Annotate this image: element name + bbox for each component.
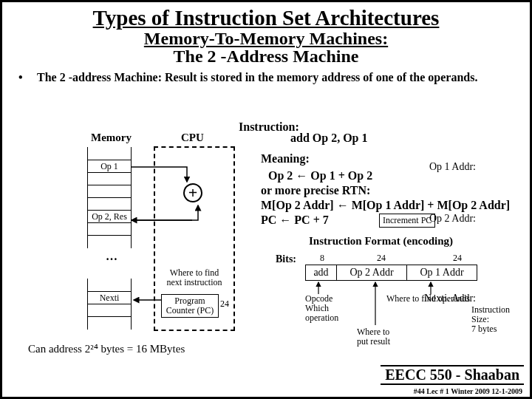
mem-cell (87, 185, 132, 198)
mem-cell-op2: Op 2, Res (87, 210, 132, 223)
pc-box: Program Counter (PC) (161, 294, 219, 318)
mem-cell (87, 279, 132, 292)
bits-label: Bits: (276, 253, 296, 265)
slide: Types of Instruction Set Architectures M… (0, 0, 532, 399)
addr-space-note: Can address 2²⁴ bytes = 16 MBytes (28, 342, 185, 355)
inst-size-note: Instruction Size: 7 bytes (471, 305, 510, 335)
memory-heading: Memory (91, 132, 132, 144)
bits-a1: 24 (377, 253, 386, 263)
format-table: add Op 2 Addr Op 1 Addr (305, 265, 477, 281)
bits-a2: 24 (453, 253, 462, 263)
bullet-row: • The 2 -address Machine: Result is stor… (2, 71, 530, 84)
mem-cell (87, 316, 132, 330)
field-opcode: add (306, 265, 337, 281)
rtn-line-2: or more precise RTN: (261, 183, 370, 198)
mem-cell-op1: Op 1 (87, 160, 132, 173)
ellipsis-icon: … (106, 250, 119, 263)
mem-cell (87, 197, 132, 211)
pc-bits: 24 (220, 299, 229, 309)
bullet-marker: • (18, 71, 37, 84)
rtn-line-1: Op 2 ← Op 1 + Op 2 (268, 168, 372, 183)
subtitle-2: The 2 -Address Machine (2, 47, 530, 66)
mem-cell (87, 235, 132, 248)
memory-column-top: Op 1 Op 2, Res (87, 148, 132, 248)
mem-cell (87, 172, 132, 185)
diagram-area: Memory Op 1 Op 2, Res Op 1 Addr: Op 2 Ad… (10, 117, 522, 389)
main-title: Types of Instruction Set Architectures (2, 6, 530, 30)
cpu-heading: CPU (181, 132, 204, 144)
op1-addr-label: Op 1 Addr: (424, 161, 476, 173)
mem-cell (87, 222, 132, 236)
rtn-line-4: PC ← PC + 7 (261, 213, 329, 228)
result-note: Where to put result (357, 327, 390, 347)
meaning-label: Meaning: (261, 152, 310, 166)
mem-cell (87, 304, 132, 317)
footer-badge: EECC 550 - Shaaban (381, 365, 524, 385)
mem-cell (87, 147, 132, 160)
footer-small: #44 Lec # 1 Winter 2009 12-1-2009 (414, 387, 522, 395)
opcode-note: Opcode Which operation (305, 294, 338, 324)
rtn-line-3: M[Op 2 Addr] ← M[Op 1 Addr] + M[Op 2 Add… (261, 198, 510, 213)
operands-note: Where to find operands (386, 294, 470, 304)
bits-op: 8 (320, 253, 324, 263)
bullet-text: The 2 -address Machine: Result is stored… (37, 71, 514, 84)
result-arrow-icon (335, 281, 386, 332)
pc-note: Where to find next instruction (161, 268, 228, 287)
op2-arrow-icon (132, 202, 205, 231)
instruction-example: add Op 2, Op 1 (290, 132, 367, 145)
increment-pc-box: Increment PC (379, 214, 435, 228)
subtitle-1: Memory-To-Memory Machines: (2, 29, 530, 49)
field-addr2: Op 1 Addr (407, 265, 477, 281)
mem-cell-nexti: Nexti (87, 291, 132, 304)
pc-arrow-icon (132, 296, 165, 307)
memory-column-bottom: Nexti (87, 279, 132, 330)
format-heading: Instruction Format (encoding) (309, 235, 453, 248)
field-addr1: Op 2 Addr (337, 265, 407, 281)
